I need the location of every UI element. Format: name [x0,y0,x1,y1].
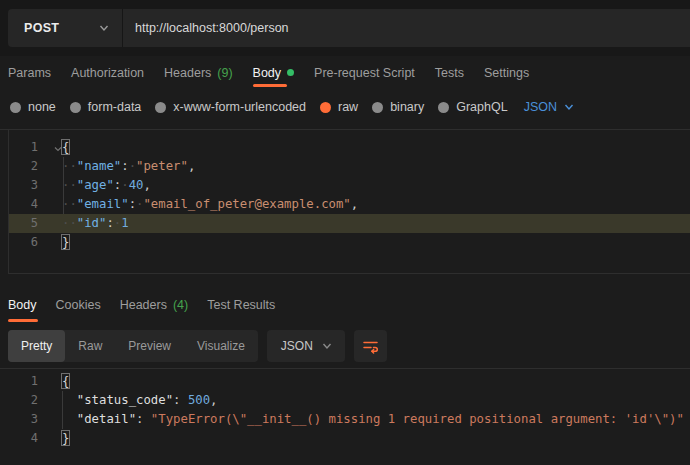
response-tab-headers[interactable]: Headers(4) [120,288,189,322]
code-token: } [62,235,69,249]
raw-language-select[interactable]: JSON [524,100,575,114]
code-token: "detail" [77,412,136,426]
code-line-content: ··"age":·40, [62,176,151,195]
code-line[interactable]: 2··"name":·"peter", [9,157,690,176]
view-preview[interactable]: Preview [115,330,184,362]
code-token: ·· [62,216,77,230]
active-tab-underline [8,319,38,322]
response-tab-cookies[interactable]: Cookies [56,288,101,322]
code-line[interactable]: 1{ [9,138,690,157]
code-token: "name" [77,159,121,173]
code-token: ·· [62,159,77,173]
line-number: 5 [9,214,38,233]
response-toolbar: Pretty Raw Preview Visualize JSON [8,330,387,362]
line-number: 1 [0,372,38,391]
tab-authorization[interactable]: Authorization [71,58,144,87]
line-number: 2 [0,391,38,410]
code-line[interactable]: 2 "status_code": 500, [0,391,690,410]
response-language-select[interactable]: JSON [267,330,345,362]
line-number: 3 [0,410,38,429]
code-token: : [121,159,128,173]
code-token: "TypeError(\"__init__() missing 1 requir… [151,412,684,426]
code-line[interactable]: 1{ [0,372,690,391]
code-line-content: "detail": "TypeError(\"__init__() missin… [62,410,684,429]
code-token: 40 [129,178,144,192]
line-number: 1 [9,138,38,157]
code-token: , [210,393,217,407]
body-type-binary[interactable]: binary [372,100,424,114]
code-token: "email_of_peter@example.com" [143,197,350,211]
wrap-text-icon [362,338,379,354]
tab-pre-request-script[interactable]: Pre-request Script [314,58,415,87]
method-select[interactable]: POST [8,9,123,47]
code-token: "peter" [136,159,188,173]
view-raw[interactable]: Raw [65,330,115,362]
line-number: 4 [9,195,38,214]
view-visualize[interactable]: Visualize [184,330,258,362]
body-type-x-www-form-urlencoded[interactable]: x-www-form-urlencoded [155,100,306,114]
request-body-editor[interactable]: 1{2··"name":·"peter",3··"age":·40,4··"em… [8,130,690,274]
body-type-row: none form-data x-www-form-urlencoded raw… [10,92,575,122]
code-line-content: } [62,429,69,448]
tab-tests[interactable]: Tests [435,58,464,87]
active-tab-underline [253,84,287,87]
code-token: } [62,431,69,445]
code-token: , [188,159,195,173]
radio-icon [70,102,81,113]
request-tabs: Params Authorization Headers(9) Body Pre… [8,58,529,87]
code-token: ·· [62,197,77,211]
body-type-none[interactable]: none [10,100,56,114]
code-token [62,412,77,426]
code-line-content: "status_code": 500, [62,391,218,410]
response-tab-body[interactable]: Body [8,288,37,322]
radio-icon [10,102,21,113]
radio-selected-icon [320,102,331,113]
line-number: 3 [9,176,38,195]
code-token: "email" [77,197,129,211]
code-token: ·· [62,178,77,192]
headers-count: (9) [217,66,232,80]
code-line-content: ··"email":·"email_of_peter@example.com", [62,195,358,214]
code-line[interactable]: 5··"id":·1 [9,214,690,233]
code-line-content: } [62,233,69,252]
request-url-bar: POST http://localhost:8000/person [8,9,690,47]
code-token: : [136,412,151,426]
code-token: { [62,374,69,388]
code-token: : [129,197,136,211]
url-input[interactable]: http://localhost:8000/person [123,21,289,35]
code-line-content: { [62,372,69,391]
body-type-raw[interactable]: raw [320,100,358,114]
code-token: , [143,178,150,192]
code-line[interactable]: 6} [9,233,690,252]
tab-headers[interactable]: Headers(9) [164,58,233,87]
code-token: : [173,393,188,407]
fold-chevron-icon[interactable] [53,141,65,153]
line-number: 2 [9,157,38,176]
code-token: , [351,197,358,211]
method-label: POST [24,21,59,35]
code-token: "age" [77,178,114,192]
code-line-content: ··"name":·"peter", [62,157,195,176]
tab-settings[interactable]: Settings [484,58,529,87]
body-modified-dot-icon [287,69,294,76]
view-switcher: Pretty Raw Preview Visualize [8,330,258,362]
code-line[interactable]: 3 "detail": "TypeError(\"__init__() miss… [0,410,690,429]
line-number: 6 [9,233,38,252]
code-line[interactable]: 4} [0,429,690,448]
code-line[interactable]: 4··"email":·"email_of_peter@example.com"… [9,195,690,214]
radio-icon [155,102,166,113]
radio-icon [438,102,449,113]
response-body-viewer[interactable]: 1{2 "status_code": 500,3 "detail": "Type… [0,369,690,465]
wrap-text-button[interactable] [354,330,387,362]
response-tabs: Body Cookies Headers(4) Test Results [8,288,275,322]
tab-params[interactable]: Params [8,58,51,87]
body-type-graphql[interactable]: GraphQL [438,100,507,114]
code-line[interactable]: 3··"age":·40, [9,176,690,195]
body-type-form-data[interactable]: form-data [70,100,142,114]
tab-body[interactable]: Body [253,58,295,87]
radio-icon [372,102,383,113]
chevron-down-icon [321,340,333,352]
view-pretty[interactable]: Pretty [8,330,65,362]
code-token: 500 [188,393,210,407]
response-tab-test-results[interactable]: Test Results [207,288,275,322]
